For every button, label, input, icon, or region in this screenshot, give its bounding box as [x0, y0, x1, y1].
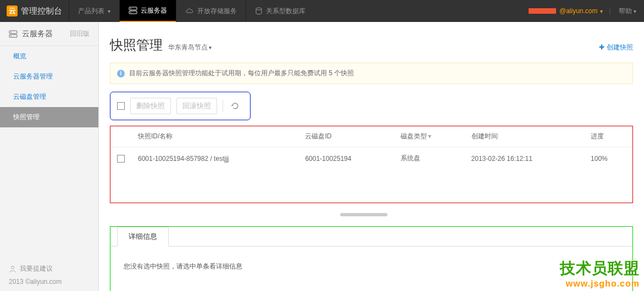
- detail-empty-text: 您没有选中快照，请选中单条看详细信息: [110, 247, 632, 287]
- suggest-label: 我要提建议: [20, 264, 53, 273]
- caret-down-icon: ▾: [108, 8, 110, 14]
- sidebar-item-snapshot-mgmt[interactable]: 快照管理: [0, 107, 98, 127]
- svg-point-9: [12, 266, 14, 268]
- create-label: 创建快照: [607, 43, 633, 52]
- divider: [223, 100, 223, 111]
- database-icon: [255, 7, 263, 15]
- rollback-snapshot-button[interactable]: 回滚快照: [176, 98, 217, 114]
- th-progress: 进度: [584, 126, 632, 147]
- svg-rect-1: [129, 11, 137, 14]
- cell-disk-type: 系统盘: [394, 147, 465, 170]
- table-row[interactable]: 6001-10025194-857982 / testjjj 6001-1002…: [110, 147, 632, 170]
- svg-point-2: [130, 8, 131, 9]
- region-label: 华东青岛节点: [168, 43, 208, 52]
- brand-title: 管理控制台: [21, 6, 62, 16]
- svg-rect-6: [9, 35, 17, 37]
- refresh-icon: [231, 102, 240, 110]
- notice-text: 目前云服务器快照管理功能处于试用期，每位用户最多只能免费试用 5 个快照: [129, 69, 354, 78]
- caret-down-icon: ▾: [209, 44, 212, 51]
- caret-down-icon: ▾: [600, 8, 603, 14]
- cell-created: 2013-02-26 16:12:11: [465, 147, 585, 170]
- refresh-button[interactable]: [229, 102, 242, 110]
- cloud-icon: [185, 8, 194, 14]
- detail-panel: 详细信息 您没有选中快照，请选中单条看详细信息: [110, 226, 633, 291]
- action-toolbar: 删除快照 回滚快照: [110, 92, 251, 120]
- cell-progress: 100%: [584, 147, 632, 170]
- person-icon: [9, 265, 16, 273]
- splitter-handle[interactable]: [110, 214, 633, 217]
- row-checkbox[interactable]: [117, 155, 125, 163]
- th-id-name: 快照ID/名称: [131, 126, 298, 147]
- region-selector[interactable]: 华东青岛节点 ▾: [168, 43, 212, 52]
- copyright: 2013 ©aliyun.com: [9, 278, 90, 286]
- help-menu[interactable]: 帮助 ▾: [611, 7, 644, 16]
- help-label: 帮助: [619, 7, 632, 15]
- page-title: 快照管理: [110, 36, 163, 54]
- nav-ecs[interactable]: 云服务器: [119, 0, 176, 22]
- brand-badge: 云: [7, 5, 18, 16]
- sidebar: 云服务器 回旧版 概览 云服务器管理 云磁盘管理 快照管理 我要提建议 2013…: [0, 22, 99, 291]
- create-snapshot-link[interactable]: ✚ 创建快照: [599, 43, 633, 52]
- cell-disk-id: 6001-10025194: [298, 147, 394, 170]
- sort-icon: ▾: [428, 132, 431, 140]
- svg-rect-5: [9, 31, 17, 33]
- snapshot-table: 快照ID/名称 云磁盘ID 磁盘类型▾ 创建时间 进度 6001-1002519…: [110, 126, 633, 203]
- plus-icon: ✚: [599, 43, 604, 51]
- trial-notice: i 目前云服务器快照管理功能处于试用期，每位用户最多只能免费试用 5 个快照: [110, 63, 633, 84]
- svg-point-3: [130, 12, 131, 13]
- cell-id-name: 6001-10025194-857982 / testjjj: [131, 147, 298, 170]
- sidebar-head-title: 云服务器: [22, 29, 53, 39]
- th-disk-type[interactable]: 磁盘类型▾: [394, 126, 465, 147]
- info-icon: i: [117, 70, 125, 77]
- old-version-link[interactable]: 回旧版: [70, 29, 90, 38]
- tab-detail[interactable]: 详细信息: [117, 227, 169, 247]
- th-created: 创建时间: [465, 126, 585, 147]
- nav-products[interactable]: 产品列表 ▾: [69, 0, 119, 22]
- main-content: 快照管理 华东青岛节点 ▾ ✚ 创建快照 i 目前云服务器快照管理功能处于试用期…: [99, 22, 644, 291]
- sidebar-item-disk-mgmt[interactable]: 云磁盘管理: [0, 87, 98, 107]
- server-icon: [129, 7, 137, 14]
- caret-down-icon: ▾: [634, 8, 636, 14]
- brand: 云 管理控制台: [0, 5, 69, 16]
- svg-point-7: [10, 31, 12, 32]
- sidebar-item-overview[interactable]: 概览: [0, 46, 98, 66]
- nav-label: 开放存储服务: [197, 7, 237, 16]
- svg-point-8: [10, 35, 12, 36]
- delete-snapshot-button[interactable]: 删除快照: [130, 98, 171, 114]
- sidebar-item-ecs-mgmt[interactable]: 云服务器管理: [0, 66, 98, 87]
- nav-label: 关系型数据库: [266, 7, 306, 16]
- svg-rect-0: [129, 7, 137, 10]
- account-redacted: [529, 8, 556, 14]
- nav-rds[interactable]: 关系型数据库: [246, 0, 314, 22]
- nav-oss[interactable]: 开放存储服务: [176, 0, 246, 22]
- server-icon: [9, 30, 18, 38]
- account-menu[interactable]: @aliyun.com ▾: [522, 7, 609, 15]
- svg-point-4: [256, 8, 262, 10]
- nav-label: 产品列表: [78, 7, 104, 16]
- account-suffix: @aliyun.com: [559, 7, 598, 15]
- nav-label: 云服务器: [141, 6, 167, 15]
- select-all-checkbox[interactable]: [117, 102, 125, 110]
- suggest-link[interactable]: 我要提建议: [9, 264, 90, 273]
- sidebar-header: 云服务器 回旧版: [0, 22, 98, 46]
- th-disk-id: 云磁盘ID: [298, 126, 394, 147]
